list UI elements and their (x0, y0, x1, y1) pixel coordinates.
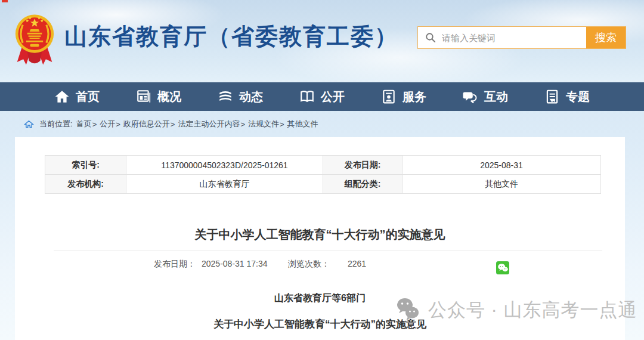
index-number-label: 索引号: (45, 156, 126, 175)
issuing-agency-value: 山东省教育厅 (126, 175, 323, 194)
breadcrumb-separator: > (116, 120, 120, 129)
news-icon (218, 89, 233, 104)
nav-item-label: 概况 (157, 89, 181, 105)
breadcrumb-home-icon (24, 119, 34, 129)
table-row: 发布机构: 山东省教育厅 组配分类: 其他文件 (45, 175, 601, 194)
index-number-value: 1137000004502323D/2025-01261 (126, 156, 323, 175)
main-nav: 首页 概况 (0, 82, 644, 111)
nav-item-services[interactable]: 服务 (381, 89, 426, 105)
publish-date-caption: 发布日期： (154, 259, 196, 270)
nav-item-label: 专题 (566, 89, 590, 105)
breadcrumb-separator: > (171, 120, 175, 129)
publish-date-label: 发布日期: (323, 156, 402, 175)
article-body-line: 关于中小学人工智能教育“十大行动”的实施意见 (15, 317, 625, 331)
nav-item-label: 互动 (484, 89, 508, 105)
article-body-line: 山东省教育厅等6部门 (15, 292, 625, 305)
topics-icon (544, 89, 560, 104)
search-icon (425, 32, 436, 43)
category-label: 组配分类: (323, 175, 402, 194)
views-count: 2261 (348, 259, 366, 268)
table-row: 索引号: 1137000004502323D/2025-01261 发布日期: … (45, 156, 601, 175)
content-panel: 索引号: 1137000004502323D/2025-01261 发布日期: … (15, 137, 625, 340)
breadcrumb-item-disclosure[interactable]: 公开 (100, 119, 115, 129)
article-meta-row: 发布日期： 2025-08-31 17:34 浏览次数： 2261 (15, 256, 625, 272)
home-icon (54, 89, 70, 104)
search-button[interactable]: 搜索 (586, 27, 626, 48)
title-divider (54, 251, 602, 251)
breadcrumb-item-gov-info[interactable]: 政府信息公开 (123, 119, 170, 129)
nav-item-label: 首页 (76, 89, 100, 105)
wechat-share-icon[interactable] (496, 261, 509, 274)
page: 山东省教育厅（省委教育工委） 搜索 首页 (0, 0, 644, 340)
nav-item-home[interactable]: 首页 (54, 89, 100, 105)
breadcrumb-separator: > (240, 120, 245, 129)
nav-item-interaction[interactable]: 互动 (463, 89, 508, 105)
breadcrumb-prefix: 当前位置: (39, 119, 73, 129)
nav-item-label: 服务 (402, 89, 426, 105)
top-left-red-strip (2, 0, 8, 2)
article-title: 关于中小学人工智能教育“十大行动”的实施意见 (15, 227, 625, 243)
issuing-agency-label: 发布机构: (45, 175, 126, 194)
services-icon (381, 89, 397, 104)
breadcrumb-item-home[interactable]: 首页 (76, 119, 92, 129)
views-caption: 浏览次数： (288, 259, 330, 270)
site-header: 山东省教育厅（省委教育工委） 搜索 (0, 0, 644, 82)
publish-date-value: 2025-08-31 (402, 156, 601, 175)
interaction-icon (463, 89, 478, 104)
search-bar: 搜索 (417, 26, 626, 49)
doc-meta-table: 索引号: 1137000004502323D/2025-01261 发布日期: … (45, 155, 601, 194)
breadcrumb-item-regulations[interactable]: 法规文件 (248, 119, 279, 129)
breadcrumb-separator: > (280, 120, 284, 129)
nav-item-overview[interactable]: 概况 (136, 89, 181, 105)
nav-item-label: 公开 (321, 89, 345, 105)
site-brand[interactable]: 山东省教育厅（省委教育工委） (14, 12, 398, 69)
disclosure-icon (299, 89, 315, 104)
breadcrumb-item-proactive[interactable]: 法定主动公开内容 (178, 119, 240, 129)
search-input[interactable] (442, 27, 586, 48)
breadcrumb-item-other-docs[interactable]: 其他文件 (287, 119, 318, 129)
national-emblem-icon (14, 12, 55, 69)
nav-item-news[interactable]: 动态 (218, 89, 263, 105)
nav-item-topics[interactable]: 专题 (544, 89, 590, 105)
search-input-wrap (418, 27, 586, 48)
publish-datetime: 2025-08-31 17:34 (202, 259, 268, 268)
site-title: 山东省教育厅（省委教育工委） (64, 21, 398, 52)
nav-item-label: 动态 (239, 89, 263, 105)
breadcrumb: 当前位置: 首页 > 公开 > 政府信息公开 > 法定主动公开内容 > 法规文件… (0, 111, 644, 137)
nav-item-disclosure[interactable]: 公开 (299, 89, 345, 105)
breadcrumb-separator: > (92, 120, 97, 129)
overview-icon (136, 89, 151, 104)
category-value: 其他文件 (402, 175, 601, 194)
